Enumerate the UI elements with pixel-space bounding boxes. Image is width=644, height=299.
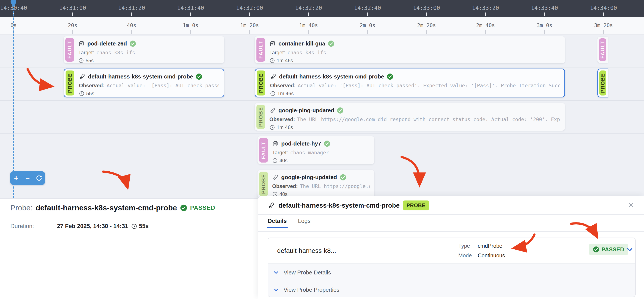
meta-value: chaos-manager	[290, 150, 329, 155]
probe-tag: PROBE	[599, 70, 606, 95]
check-icon	[196, 73, 202, 80]
meta-label: Target:	[270, 49, 285, 56]
card-title: default-harness-k8s-system-cmd-probe	[88, 73, 193, 80]
check-icon	[328, 40, 334, 47]
row-divider	[0, 167, 644, 167]
card-title: container-kill-gua	[278, 40, 325, 47]
probe-detail-card: default-harness-k8... Type cmdProbe Mode…	[268, 238, 636, 297]
probe-icon	[268, 202, 275, 209]
duration-row: Duration: 27 Feb 2025, 14:30 - 14:31 55s	[10, 223, 148, 230]
clock-icon	[272, 158, 278, 163]
probe-label: Probe:	[10, 204, 32, 212]
timeline-relative-tick: 1m 40s	[299, 17, 318, 34]
timeline-card-probe-selected[interactable]: PROBE default-harness-k8s-system-cmd-pro…	[255, 68, 565, 97]
timeline-absolute-tick: 14:32:40	[354, 0, 381, 17]
timeline-card-probe[interactable]: PROBE google-ping-updated Observed:The U…	[258, 170, 374, 198]
card-duration: 1m 46s	[277, 91, 294, 97]
probe-tag: PROBE	[257, 70, 265, 95]
zoom-out-button[interactable]: −	[23, 172, 32, 184]
card-duration: 1m 46s	[277, 125, 293, 130]
detail-card-header: default-harness-k8... Type cmdProbe Mode…	[268, 238, 635, 264]
meta-value: Actual value: '[Pass]: AUT check passed'…	[298, 83, 560, 88]
duration-seconds: 55s	[139, 223, 148, 230]
timeline-ruler: 0s20s40s1m 0s1m 20s1m 40s2m 0s2m 20s2m 4…	[0, 17, 644, 34]
timeline-relative-tick: 1m 20s	[240, 17, 259, 34]
probe-tag: PROBE	[66, 70, 74, 95]
chevron-down-icon	[273, 287, 279, 293]
chevron-down-icon[interactable]	[626, 246, 634, 254]
card-title: google-ping-updated	[278, 107, 334, 114]
meta-label: Target:	[78, 49, 94, 56]
view-probe-properties-link[interactable]: View Probe Properties	[273, 283, 635, 297]
tab-details[interactable]: Details	[268, 218, 287, 228]
card-title: default-harness-k8s-system-cmd-probe	[279, 73, 384, 80]
zoom-in-button[interactable]: +	[11, 172, 21, 184]
card-duration: 55s	[86, 91, 94, 97]
meta-value: chaos-k8s-ifs	[96, 50, 135, 55]
detail-kv: Type cmdProbe Mode Continuous	[458, 243, 505, 259]
timeline-absolute-tick: 14:31:00	[59, 0, 86, 17]
timeline-relative-tick: 3m 20s	[594, 17, 613, 34]
reset-zoom-icon[interactable]	[34, 172, 44, 184]
timeline-relative-tick: 2m 20s	[417, 17, 436, 34]
timeline-card-fault[interactable]: FAULT pod-delete-hy7 Target:chaos-manage…	[258, 136, 374, 164]
panel-title: default-harness-k8s-system-cmd-probe	[278, 202, 400, 209]
timeline-card-fault-partial[interactable]: FAULT	[598, 37, 608, 63]
probe-icon	[79, 73, 86, 80]
timeline-card-probe-selected[interactable]: PROBE default-harness-k8s-system-cmd-pro…	[64, 68, 224, 97]
fault-tag: FAULT	[256, 38, 265, 62]
meta-label: Target:	[272, 150, 288, 156]
check-icon	[340, 174, 346, 181]
check-icon	[180, 204, 187, 212]
meta-value: The URL https://google.com did respond w…	[297, 117, 560, 122]
check-icon	[324, 140, 330, 147]
timeline-relative-tick: 2m 40s	[476, 17, 495, 34]
mode-label: Mode	[458, 253, 478, 259]
card-duration: 55s	[86, 58, 94, 64]
card-title: google-ping-updated	[281, 174, 337, 181]
timeline-card-probe-partial[interactable]: PROBE	[598, 68, 608, 97]
detail-probe-name: default-harness-k8...	[277, 247, 336, 254]
clock-icon	[270, 58, 275, 63]
timeline-relative-tick: 2m 0s	[360, 17, 375, 34]
timeline-relative-tick: 3m 0s	[536, 17, 552, 34]
close-icon[interactable]	[627, 201, 634, 209]
card-title: pod-delete-z6d	[87, 40, 127, 47]
timeline-card-probe[interactable]: PROBE google-ping-updated Observed:The U…	[255, 103, 565, 131]
probe-icon	[270, 73, 276, 80]
row-divider	[0, 67, 644, 67]
meta-value: Actual value: '[Pass]: AUT check passed'…	[107, 83, 219, 88]
probe-details-panel: default-harness-k8s-system-cmd-probe PRO…	[258, 196, 644, 299]
probe-type-badge: PROBE	[403, 201, 429, 210]
timeline-absolute-tick: 14:32:20	[295, 0, 322, 17]
card-title: pod-delete-hy7	[281, 140, 321, 147]
timeline-relative-tick: 1m 0s	[183, 17, 198, 34]
detail-card-body: View Probe Details View Probe Properties	[268, 264, 635, 297]
clock-icon	[270, 91, 276, 96]
fault-tag: FAULT	[599, 38, 606, 61]
timeline-card-fault[interactable]: FAULT pod-delete-z6d Target:chaos-k8s-if…	[64, 36, 224, 63]
chevron-down-icon	[273, 270, 279, 275]
meta-label: Observed:	[270, 83, 296, 89]
timeline-absolute-tick: 14:33:20	[472, 0, 499, 17]
timeline-absolute-tick: 14:32:00	[236, 0, 263, 17]
timeline-relative-tick: 20s	[68, 17, 77, 34]
duration-label: Duration:	[10, 223, 57, 230]
meta-value: The URL https://google.com…	[300, 183, 370, 189]
probe-name: default-harness-k8s-system-cmd-probe	[36, 204, 177, 212]
fault-tag: FAULT	[259, 138, 268, 163]
meta-label: Observed:	[272, 183, 298, 189]
playhead-line[interactable]	[13, 1, 14, 198]
timeline-card-fault[interactable]: FAULT container-kill-gua Target:chaos-k8…	[255, 36, 565, 63]
tab-logs[interactable]: Logs	[298, 218, 311, 228]
tabs-divider	[258, 231, 644, 232]
passed-badge: PASSED	[589, 244, 628, 255]
fault-icon	[270, 40, 276, 47]
zoom-controls: + −	[10, 171, 45, 185]
row-divider	[0, 133, 644, 134]
fault-icon	[272, 140, 279, 147]
probe-tag: PROBE	[256, 105, 265, 129]
view-probe-details-link[interactable]: View Probe Details	[273, 266, 635, 279]
timeline-absolute-tick: 14:33:40	[531, 0, 558, 17]
meta-label: Observed:	[270, 116, 295, 122]
